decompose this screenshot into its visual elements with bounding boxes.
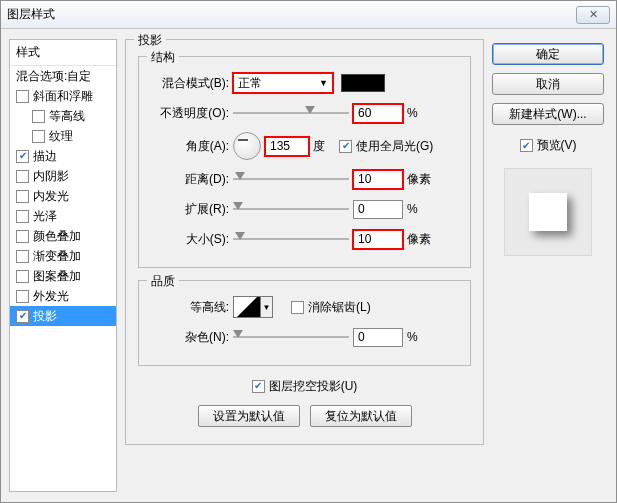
style-item-label: 投影 <box>33 308 57 325</box>
preview-box <box>504 168 592 256</box>
size-input[interactable]: 10 <box>353 230 403 249</box>
color-swatch[interactable] <box>341 74 385 92</box>
structure-title: 结构 <box>147 49 179 66</box>
style-item-7[interactable]: 颜色叠加 <box>10 226 116 246</box>
size-slider[interactable] <box>233 231 349 247</box>
contour-thumb-icon <box>233 296 261 318</box>
angle-unit: 度 <box>313 138 325 155</box>
style-item-checkbox[interactable] <box>16 190 29 203</box>
style-item-label: 颜色叠加 <box>33 228 81 245</box>
chevron-down-icon: ▼ <box>319 78 328 88</box>
contour-label: 等高线: <box>151 299 229 316</box>
dialog-body: 样式 混合选项:自定 斜面和浮雕等高线纹理描边内阴影内发光光泽颜色叠加渐变叠加图… <box>1 29 616 502</box>
antialias-checkbox[interactable] <box>291 301 304 314</box>
style-item-label: 内阴影 <box>33 168 69 185</box>
set-default-button[interactable]: 设置为默认值 <box>198 405 300 427</box>
style-item-label: 图案叠加 <box>33 268 81 285</box>
reset-default-button[interactable]: 复位为默认值 <box>310 405 412 427</box>
distance-input[interactable]: 10 <box>353 170 403 189</box>
global-light-checkbox[interactable] <box>339 140 352 153</box>
close-button[interactable]: ✕ <box>576 6 610 24</box>
style-item-label: 描边 <box>33 148 57 165</box>
global-light-label: 使用全局光(G) <box>356 138 433 155</box>
preview-square-icon <box>529 193 567 231</box>
preview-label: 预览(V) <box>537 137 577 154</box>
style-item-label: 内发光 <box>33 188 69 205</box>
style-item-1[interactable]: 等高线 <box>10 106 116 126</box>
noise-slider[interactable] <box>233 329 349 345</box>
style-item-8[interactable]: 渐变叠加 <box>10 246 116 266</box>
knockout-label: 图层挖空投影(U) <box>269 378 358 395</box>
style-item-checkbox[interactable] <box>16 90 29 103</box>
ok-button[interactable]: 确定 <box>492 43 604 65</box>
layer-style-dialog: 图层样式 ✕ 样式 混合选项:自定 斜面和浮雕等高线纹理描边内阴影内发光光泽颜色… <box>0 0 617 503</box>
style-item-4[interactable]: 内阴影 <box>10 166 116 186</box>
quality-group: 品质 等高线: ▼ 消除锯齿(L) 杂色(N): <box>138 280 471 366</box>
style-item-5[interactable]: 内发光 <box>10 186 116 206</box>
distance-slider[interactable] <box>233 171 349 187</box>
drop-shadow-group: 投影 结构 混合模式(B): 正常▼ 不透明度(O): 60 % <box>125 39 484 445</box>
style-item-label: 斜面和浮雕 <box>33 88 93 105</box>
blend-options-row[interactable]: 混合选项:自定 <box>10 66 116 86</box>
style-item-0[interactable]: 斜面和浮雕 <box>10 86 116 106</box>
style-item-label: 光泽 <box>33 208 57 225</box>
style-item-checkbox[interactable] <box>16 150 29 163</box>
quality-title: 品质 <box>147 273 179 290</box>
style-item-11[interactable]: 投影 <box>10 306 116 326</box>
antialias-label: 消除锯齿(L) <box>308 299 371 316</box>
size-label: 大小(S): <box>151 231 229 248</box>
spread-unit: % <box>407 202 418 216</box>
titlebar[interactable]: 图层样式 ✕ <box>1 1 616 29</box>
style-list-header: 样式 <box>10 40 116 66</box>
style-item-checkbox[interactable] <box>16 290 29 303</box>
style-item-label: 等高线 <box>49 108 85 125</box>
angle-label: 角度(A): <box>151 138 229 155</box>
contour-picker[interactable]: ▼ <box>233 296 273 318</box>
blend-options-label: 混合选项:自定 <box>16 68 91 85</box>
noise-input[interactable]: 0 <box>353 328 403 347</box>
style-item-checkbox[interactable] <box>16 230 29 243</box>
style-item-2[interactable]: 纹理 <box>10 126 116 146</box>
right-panel: 确定 取消 新建样式(W)... 预览(V) <box>492 39 604 492</box>
new-style-button[interactable]: 新建样式(W)... <box>492 103 604 125</box>
opacity-label: 不透明度(O): <box>151 105 229 122</box>
style-item-6[interactable]: 光泽 <box>10 206 116 226</box>
style-item-checkbox[interactable] <box>16 170 29 183</box>
style-item-label: 渐变叠加 <box>33 248 81 265</box>
noise-unit: % <box>407 330 418 344</box>
opacity-slider[interactable] <box>233 105 349 121</box>
opacity-unit: % <box>407 106 418 120</box>
style-item-checkbox[interactable] <box>32 130 45 143</box>
settings-panel: 投影 结构 混合模式(B): 正常▼ 不透明度(O): 60 % <box>125 39 484 492</box>
blend-mode-combo[interactable]: 正常▼ <box>233 73 333 93</box>
style-item-10[interactable]: 外发光 <box>10 286 116 306</box>
distance-label: 距离(D): <box>151 171 229 188</box>
style-item-label: 纹理 <box>49 128 73 145</box>
window-title: 图层样式 <box>7 6 576 23</box>
chevron-down-icon: ▼ <box>261 296 273 318</box>
size-unit: 像素 <box>407 231 431 248</box>
blend-mode-label: 混合模式(B): <box>151 75 229 92</box>
style-item-3[interactable]: 描边 <box>10 146 116 166</box>
style-item-checkbox[interactable] <box>16 270 29 283</box>
spread-slider[interactable] <box>233 201 349 217</box>
style-item-checkbox[interactable] <box>32 110 45 123</box>
style-item-checkbox[interactable] <box>16 250 29 263</box>
drop-shadow-title: 投影 <box>134 32 166 49</box>
noise-label: 杂色(N): <box>151 329 229 346</box>
angle-dial[interactable] <box>233 132 261 160</box>
cancel-button[interactable]: 取消 <box>492 73 604 95</box>
spread-input[interactable]: 0 <box>353 200 403 219</box>
style-item-checkbox[interactable] <box>16 210 29 223</box>
style-item-checkbox[interactable] <box>16 310 29 323</box>
knockout-checkbox[interactable] <box>252 380 265 393</box>
style-item-label: 外发光 <box>33 288 69 305</box>
preview-checkbox[interactable] <box>520 139 533 152</box>
spread-label: 扩展(R): <box>151 201 229 218</box>
style-item-9[interactable]: 图案叠加 <box>10 266 116 286</box>
angle-input[interactable]: 135 <box>265 137 309 156</box>
structure-group: 结构 混合模式(B): 正常▼ 不透明度(O): 60 % 角度(A): <box>138 56 471 268</box>
opacity-input[interactable]: 60 <box>353 104 403 123</box>
distance-unit: 像素 <box>407 171 431 188</box>
style-list: 样式 混合选项:自定 斜面和浮雕等高线纹理描边内阴影内发光光泽颜色叠加渐变叠加图… <box>9 39 117 492</box>
